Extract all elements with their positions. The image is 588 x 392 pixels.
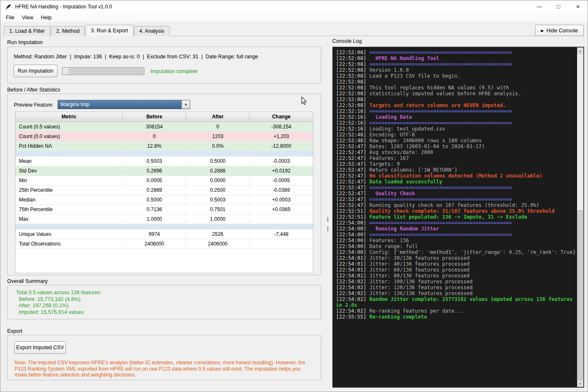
metric-cell: Total Observations (16, 239, 123, 248)
table-row[interactable]: Std Dev0.26960.2888+0.0192 (16, 166, 313, 175)
app-icon (5, 4, 11, 10)
tab-run-export[interactable]: 3. Run & Export (85, 25, 133, 36)
table-row[interactable]: Count (0.0 values)01203+1,203 (16, 131, 313, 141)
progress-bar (62, 67, 144, 75)
metric-cell: Unique Values (16, 229, 123, 239)
console-line: [22:52:47] Running quality check on 167 … (336, 202, 577, 208)
value-cell: 0.0% (186, 141, 249, 151)
console-line: [22:54:01] Jitter: 40/136 features proce… (336, 261, 577, 267)
column-header-after[interactable]: After (186, 112, 249, 122)
metric-cell: Min (16, 175, 123, 185)
metric-cell (16, 151, 123, 156)
export-note: Note: The imputed CSV improves HFRE's an… (15, 360, 309, 378)
menu-help[interactable]: Help (37, 14, 55, 21)
console-line: [22:54:00] =============================… (336, 232, 577, 238)
console-line: [22:52:08] statistically imputed values … (336, 91, 577, 97)
table-row[interactable]: Count (0.5 values)3081540-308,154 (16, 122, 313, 131)
export-imputed-csv-button[interactable]: Export Imputed CSV (14, 341, 66, 354)
value-cell: 0.2888 (186, 166, 249, 175)
tab-load-filter[interactable]: 1. Load & Filter (4, 26, 50, 36)
scrollbar-down-button[interactable]: ▼ (577, 380, 583, 387)
hide-console-button[interactable]: ▶ Hide Console (535, 25, 584, 36)
console-line: [22:52:47] Data loaded successfully (336, 179, 577, 185)
metric-cell: Count (0.5 values) (16, 122, 123, 131)
table-row[interactable] (16, 151, 313, 156)
mouse-cursor (301, 97, 307, 105)
metric-cell: Std Dev (16, 166, 123, 175)
value-cell (249, 224, 313, 229)
scroll-up-icon: ▲ (579, 50, 582, 52)
run-imputation-button[interactable]: Run Imputation (13, 65, 58, 77)
value-cell: +0.0365 (249, 204, 313, 214)
table-row[interactable]: Median0.50000.5003+0.0003 (16, 195, 313, 204)
console-line: [22:52:08] =============================… (336, 61, 577, 67)
menubar: File View Help (0, 13, 588, 22)
metric-cell (16, 224, 123, 229)
minimize-button[interactable]: — (530, 0, 549, 13)
value-cell: 1.0000 (123, 214, 186, 224)
value-cell: 0.7136 (123, 204, 186, 214)
value-cell (249, 151, 313, 156)
console-line: [22:52:16] =============================… (336, 120, 577, 126)
close-button[interactable]: ✕ (568, 0, 588, 13)
table-row[interactable]: 75th Percentile0.71360.7501+0.0365 (16, 204, 313, 214)
value-cell: -7,448 (249, 229, 313, 239)
column-header-metric[interactable]: Metric (16, 112, 123, 122)
value-cell: 0.5000 (123, 195, 186, 204)
console-line: [22:54:00] Features: 136 (336, 238, 577, 243)
table-row[interactable]: 25th Percentile0.28690.2500-0.0369 (16, 185, 313, 195)
value-cell: +1,203 (249, 131, 313, 141)
value-cell (186, 224, 249, 229)
console-line: [22:52:47] =============================… (336, 196, 577, 202)
preview-feature-select[interactable]: Margins Imp ▼ (58, 100, 190, 109)
value-cell: 0.5003 (186, 195, 249, 204)
console-line: [22:54:02] Jitter: 120/136 features proc… (336, 285, 577, 290)
console-line: [22:54:01] Jitter: 60/136 features proce… (336, 267, 577, 273)
scrollbar-up-button[interactable]: ▲ (577, 47, 583, 54)
menu-file[interactable]: File (2, 14, 18, 21)
value-cell: 0 (186, 122, 249, 131)
value-cell: 1203 (186, 131, 249, 141)
preview-feature-value: Margins Imp (58, 100, 181, 109)
scroll-down-icon: ▼ (579, 382, 582, 385)
value-cell: 0.5000 (186, 156, 249, 166)
value-cell: 2526 (186, 229, 249, 239)
value-cell: 0.0000 (186, 175, 249, 185)
console-log[interactable]: [22:52:08] =============================… (333, 47, 577, 387)
console-scrollbar[interactable]: ▲ ▼ (577, 47, 583, 387)
stats-table: Metric Before After Change Count (0.5 va… (15, 112, 313, 273)
tab-analysis[interactable]: 4. Analysis (134, 26, 170, 36)
metric-cell: 25th Percentile (16, 185, 123, 195)
console-line: [22:52:47] Targets: 9 (336, 161, 577, 167)
value-cell: -0.0003 (249, 156, 313, 166)
collapse-arrow-icon: ▶ (541, 29, 544, 33)
tab-method[interactable]: 2. Method (51, 26, 85, 36)
panel-splitter[interactable] (326, 37, 330, 389)
splitter-grip-icon (327, 217, 329, 236)
tabbar: 1. Load & Filter 2. Method 3. Run & Expo… (4, 25, 170, 36)
table-row[interactable]: Pct Hidden NA12.8%0.0%-12.8000 (16, 141, 313, 151)
stats-table-body: Count (0.5 values)3081540-308,154Count (… (16, 122, 313, 248)
maximize-button[interactable]: □ (549, 0, 568, 13)
table-row[interactable]: Min0.00050.0000-0.0005 (16, 175, 313, 185)
table-row[interactable] (16, 224, 313, 229)
column-header-change[interactable]: Change (249, 112, 313, 122)
console-line: [22:52:47] Dates: 1203 (2003-01-04 to 20… (336, 144, 577, 149)
scrollbar-thumb[interactable] (578, 210, 583, 380)
value-cell (249, 239, 313, 248)
console-line: [22:52:08] Targets and return columns ar… (336, 102, 577, 108)
column-header-before[interactable]: Before (123, 112, 186, 122)
menu-view[interactable]: View (18, 14, 37, 21)
table-row[interactable]: Total Observations24060002406000 (16, 239, 313, 248)
table-row[interactable]: Mean0.50030.5000-0.0003 (16, 156, 313, 166)
console-line: [22:52:08] =============================… (336, 50, 577, 55)
console-line: [22:52:08] Load a P123 CSV file to begin… (336, 73, 577, 79)
minimize-icon: — (537, 4, 542, 10)
maximize-icon: □ (557, 3, 560, 10)
table-row[interactable]: Unique Values99742526-7,448 (16, 229, 313, 239)
summary-line: Before: 15,773,182 (4.8%) (16, 296, 102, 303)
overall-summary-group-title: Overall Summary (7, 278, 48, 284)
console-line: [22:54:02] Random Jitter complete: 15773… (336, 296, 577, 308)
table-row[interactable]: Max1.00001.0000 (16, 214, 313, 224)
chevron-down-icon[interactable]: ▼ (181, 100, 190, 109)
